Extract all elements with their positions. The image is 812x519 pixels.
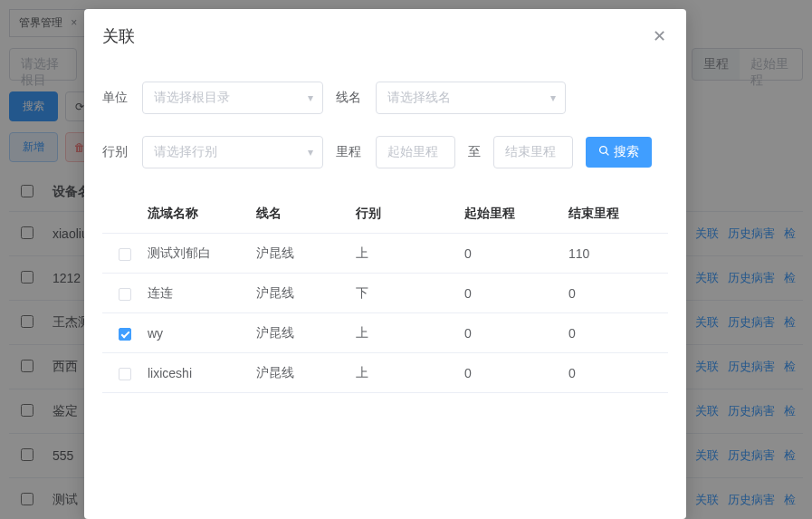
chevron-down-icon: ▾ [550,91,556,104]
modal-title: 关联 [102,25,135,47]
th-start: 起始里程 [464,206,568,222]
checkbox[interactable] [119,288,131,301]
cell-line: 沪昆线 [256,285,356,302]
th-dir: 行别 [356,206,464,222]
cell-end: 110 [568,246,668,261]
cell-dir: 上 [356,325,464,341]
cell-name: wy [148,326,256,341]
cell-name: 测试刘郁白 [148,245,256,262]
table-row: 连连沪昆线下00 [102,274,668,313]
cell-dir: 上 [356,245,464,262]
line-label: 线名 [336,90,363,106]
mileage-label: 里程 [336,144,363,160]
row-checkbox-cell [102,245,148,260]
cell-start: 0 [464,246,568,261]
table-row: lixiceshi沪昆线上00 [102,353,668,393]
row-checkbox-cell [102,285,148,300]
cell-end: 0 [568,326,668,341]
cell-line: 沪昆线 [256,325,356,341]
mileage-start-input[interactable]: 起始里程 [376,136,455,168]
search-button[interactable]: 搜索 [586,137,652,168]
cell-end: 0 [568,366,668,380]
svg-line-1 [606,152,608,155]
dir-placeholder: 请选择行别 [154,144,217,160]
checkbox[interactable] [119,368,131,380]
table-row: 测试刘郁白沪昆线上0110 [102,234,668,274]
cell-dir: 下 [356,285,464,302]
chevron-down-icon: ▾ [308,146,313,159]
modal-header: 关联 ✕ [84,9,686,60]
table-row: wy沪昆线上00 [102,313,668,353]
cell-start: 0 [464,286,568,301]
row-checkbox-cell [102,325,148,340]
unit-select[interactable]: 请选择根目录 ▾ [142,82,323,114]
cell-line: 沪昆线 [256,365,356,381]
svg-point-0 [600,147,607,154]
cell-name: 连连 [148,285,256,302]
modal-table: 流域名称 线名 行别 起始里程 结束里程 测试刘郁白沪昆线上0110连连沪昆线下… [102,194,668,393]
chevron-down-icon: ▾ [308,91,313,104]
search-icon [598,145,610,159]
cell-line: 沪昆线 [256,245,356,262]
close-icon[interactable]: ✕ [650,27,668,45]
form-row-2: 行别 请选择行别 ▾ 里程 起始里程 至 结束里程 搜索 [102,136,668,168]
search-button-label: 搜索 [614,144,639,160]
range-to: 至 [468,144,481,160]
line-select[interactable]: 请选择线名 ▾ [376,82,566,114]
row-checkbox-cell [102,365,148,380]
dir-label: 行别 [102,144,129,160]
form-row-1: 单位 请选择根目录 ▾ 线名 请选择线名 ▾ [102,82,668,114]
th-name: 流域名称 [148,206,256,222]
cell-start: 0 [464,366,568,380]
modal-table-header: 流域名称 线名 行别 起始里程 结束里程 [102,194,668,234]
unit-label: 单位 [102,90,129,106]
cell-dir: 上 [356,365,464,381]
cell-end: 0 [568,286,668,301]
line-placeholder: 请选择线名 [387,90,451,106]
modal-body: 单位 请选择根目录 ▾ 线名 请选择线名 ▾ 行别 请选择行别 ▾ 里程 起始里… [84,60,686,519]
cell-name: lixiceshi [148,366,256,380]
unit-placeholder: 请选择根目录 [154,90,230,106]
dir-select[interactable]: 请选择行别 ▾ [142,136,323,168]
mileage-end-input[interactable]: 结束里程 [493,136,573,168]
checkbox[interactable] [119,328,131,341]
th-line: 线名 [256,206,356,222]
modal-table-body: 测试刘郁白沪昆线上0110连连沪昆线下00wy沪昆线上00lixiceshi沪昆… [102,234,668,393]
cell-start: 0 [464,326,568,341]
checkbox[interactable] [119,248,131,261]
th-end: 结束里程 [568,206,668,222]
link-modal: 关联 ✕ 单位 请选择根目录 ▾ 线名 请选择线名 ▾ 行别 请选择行别 ▾ 里… [84,9,686,519]
